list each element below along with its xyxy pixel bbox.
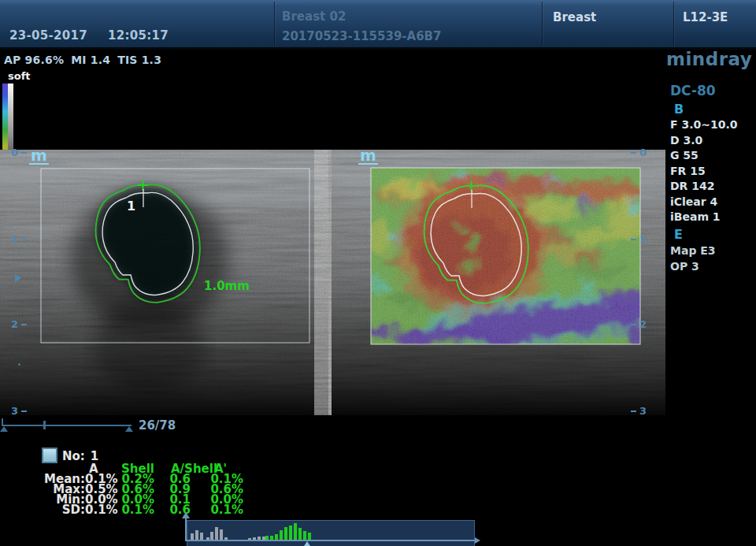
histogram-bar xyxy=(191,533,194,540)
param-gain: G 55 xyxy=(670,148,738,164)
depth-tick-left-0: 0 xyxy=(11,147,27,158)
system-model: DC-80 xyxy=(670,83,716,98)
sd-a-prime: 0.1% xyxy=(197,505,247,515)
tick-mark xyxy=(21,324,27,325)
histogram-bar xyxy=(289,526,292,540)
param-iclear: iClear 4 xyxy=(670,195,738,210)
b-mode-label: B xyxy=(674,102,684,117)
ultrasound-screen: { "header": { "date": "23-05-2017", "tim… xyxy=(0,0,756,546)
e-mode-parameters: Map E3 OP 3 xyxy=(670,243,716,274)
topbar-divider xyxy=(274,2,275,46)
tick-mark xyxy=(631,239,636,240)
exam-date: 23-05-2017 xyxy=(9,28,87,43)
histogram-bar xyxy=(210,532,213,540)
focus-position-marker xyxy=(15,274,21,282)
param-frequency: F 3.0~10.0 xyxy=(670,117,738,133)
caliper-index-label: 1 xyxy=(127,199,135,214)
histogram-bar xyxy=(308,533,311,540)
histogram-bar xyxy=(200,533,203,540)
histogram-position-marker xyxy=(304,541,310,546)
topbar-divider xyxy=(673,2,674,46)
row-label: SD: xyxy=(30,505,85,515)
elasto-scale-soft-label: soft xyxy=(8,70,31,82)
depth-tick-right-0: 0 xyxy=(631,147,647,158)
topbar-divider xyxy=(542,2,543,46)
depth-tick-right-2: 2 xyxy=(631,318,647,330)
param-frame-rate: FR 15 xyxy=(670,164,738,180)
mi-value: MI 1.4 xyxy=(71,54,110,66)
measurement-table: A Shell A/Shell A' Mean: 0.1% 0.2% 0.6 0… xyxy=(30,464,247,515)
depth-tick-left-2: 2 xyxy=(11,318,27,330)
cine-right-end-marker xyxy=(125,426,133,432)
e-mode-label: E xyxy=(674,227,683,242)
cine-scrollbar[interactable] xyxy=(2,425,132,426)
param-depth: D 3.0 xyxy=(670,133,738,149)
param-ibeam: iBeam 1 xyxy=(670,210,738,225)
histogram-bar xyxy=(294,523,297,540)
histogram-bar xyxy=(220,529,223,540)
histogram-bar xyxy=(275,534,278,540)
depth-tick-right-1: 1 xyxy=(631,233,647,245)
cine-left-end-marker xyxy=(0,426,8,432)
top-bar: 23-05-201712:05:17 Breast 02 20170523-11… xyxy=(0,0,756,50)
mindray-logo: mindray xyxy=(666,49,752,69)
histogram-bars xyxy=(187,520,473,540)
histogram-x-axis-arrow xyxy=(475,537,480,544)
tick-mark xyxy=(21,152,27,154)
histogram-bar xyxy=(303,531,306,540)
cine-frame-counter: 26/78 xyxy=(139,418,176,433)
histogram-y-axis-arrow xyxy=(182,512,190,518)
probe-name: L12-3E xyxy=(683,10,728,24)
measurement-checkbox[interactable] xyxy=(42,448,57,463)
b-mode-parameters: F 3.0~10.0 D 3.0 G 55 FR 15 DR 142 iClea… xyxy=(670,117,738,225)
histogram-y-axis xyxy=(185,518,187,541)
tick-mark xyxy=(631,152,636,154)
patient-name: Breast 02 xyxy=(282,9,346,24)
acoustic-output-status: AP 96.6%MI 1.4TIS 1.3 xyxy=(4,54,169,66)
param-op: OP 3 xyxy=(670,259,716,275)
histogram-bar xyxy=(195,530,198,540)
orientation-marker-left: m xyxy=(29,148,49,165)
cine-position-handle[interactable] xyxy=(43,421,46,429)
datetime: 23-05-201712:05:17 xyxy=(9,28,189,43)
histogram-bar xyxy=(280,530,283,540)
exam-time: 12:05:17 xyxy=(108,28,169,43)
tick-mark xyxy=(21,239,27,240)
elasto-image xyxy=(332,150,665,415)
histogram-bar xyxy=(284,527,287,540)
param-dynamic-range: DR 142 xyxy=(670,179,738,195)
depth-minor-dot xyxy=(18,363,20,366)
exam-type: Breast xyxy=(553,10,596,24)
depth-tick-left-3: 3 xyxy=(11,405,27,417)
sd-shell: 0.1% xyxy=(115,505,159,515)
tick-mark xyxy=(21,410,27,412)
patient-id: 20170523-115539-A6B7 xyxy=(282,29,442,43)
histogram-bar xyxy=(298,528,302,540)
param-map: Map E3 xyxy=(670,243,716,259)
cine-start-tick xyxy=(2,418,3,425)
shell-thickness-label: 1.0mm xyxy=(204,279,250,293)
histogram-x-axis xyxy=(186,540,476,541)
depth-tick-right-3: 3 xyxy=(631,405,647,417)
histogram-bar xyxy=(215,527,218,540)
measurement-number-label: No: xyxy=(62,449,85,463)
ultrasound-display: 1 1.0mm xyxy=(0,150,665,415)
sd-a: 0.1% xyxy=(85,505,115,515)
orientation-marker-right: m xyxy=(358,148,378,165)
depth-tick-left-1: 1 xyxy=(11,233,27,245)
elasto-color-map xyxy=(361,162,665,355)
tis-value: TIS 1.3 xyxy=(117,54,161,66)
tick-mark xyxy=(631,410,636,412)
ap-value: AP 96.6% xyxy=(4,54,64,66)
bmode-image: 1 1.0mm xyxy=(0,150,386,415)
tick-mark xyxy=(631,324,636,325)
sd-a-shell: 0.6 xyxy=(159,505,197,515)
